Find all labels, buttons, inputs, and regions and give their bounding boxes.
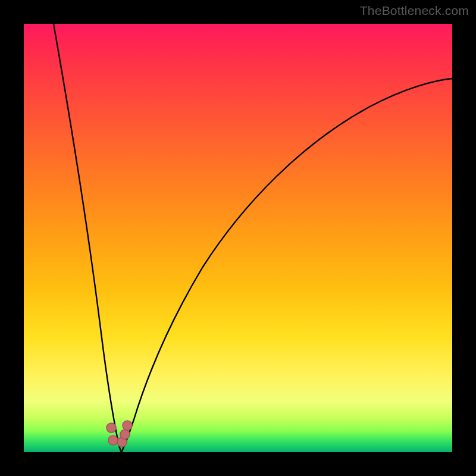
balanced-markers-group <box>107 421 132 447</box>
curve-right-branch <box>121 79 452 452</box>
chart-frame: TheBottleneck.com <box>0 0 476 476</box>
marker-dot <box>107 423 116 433</box>
marker-dot <box>120 430 130 439</box>
watermark-text: TheBottleneck.com <box>360 4 469 18</box>
bottleneck-curve <box>24 24 452 452</box>
curve-left-branch <box>54 24 121 452</box>
marker-dot <box>123 421 132 430</box>
plot-area <box>24 24 452 452</box>
marker-dot <box>108 436 118 445</box>
